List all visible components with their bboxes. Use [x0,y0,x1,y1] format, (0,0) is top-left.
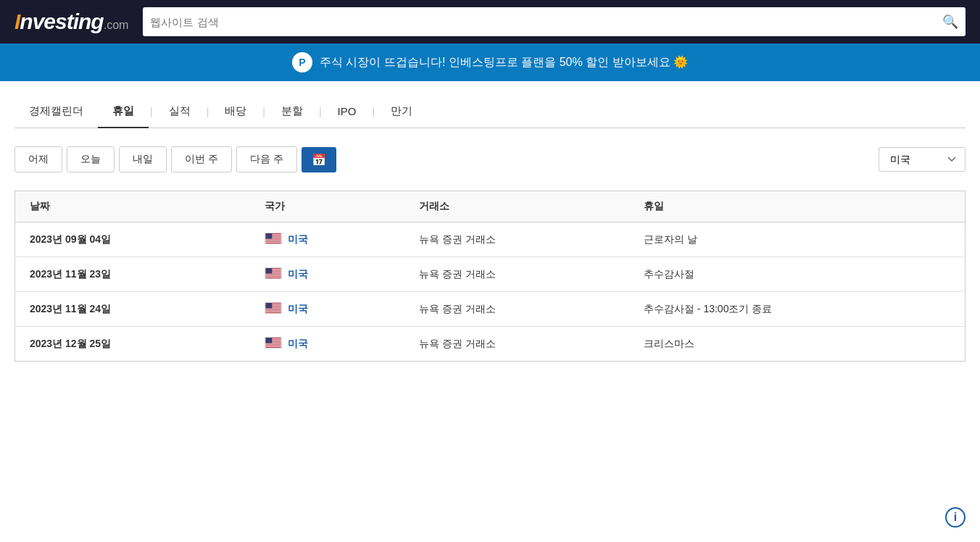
tab-economic-calendar[interactable]: 경제캘린더 [14,96,98,128]
cell-holiday: 추수감사절 [629,257,966,292]
tab-earnings[interactable]: 실적 [154,96,205,128]
svg-rect-5 [266,241,281,241]
svg-rect-22 [266,312,281,312]
search-icon: 🔍 [942,14,958,30]
holiday-table: 날짜 국가 거래소 휴일 2023년 09월 04일 미국 뉴욕 증권 거래소근… [14,191,966,362]
cell-exchange: 뉴욕 증권 거래소 [404,327,629,362]
cell-country: 미국 [250,327,404,362]
col-header-holiday: 휴일 [629,191,966,222]
cell-date: 2023년 11월 24일 [15,292,251,327]
cell-date: 2023년 09월 04일 [15,222,251,257]
table-row: 2023년 12월 25일 미국 뉴욕 증권 거래소크리스마스 [15,327,966,362]
col-header-country: 국가 [250,191,404,222]
col-header-date: 날짜 [15,191,251,222]
country-name: 미국 [288,233,308,246]
cell-country: 미국 [250,257,404,292]
flag-us-icon [265,233,282,246]
svg-rect-4 [266,239,281,240]
svg-rect-20 [266,309,281,309]
country-filter-area: 미국 한국 일본 중국 영국 [879,147,966,172]
cell-exchange: 뉴욕 증권 거래소 [404,292,629,327]
country-select[interactable]: 미국 한국 일본 중국 영국 [879,147,966,172]
tab-divider-2: | [205,106,211,117]
tab-holiday[interactable]: 휴일 [98,96,149,128]
table-row: 2023년 11월 24일 미국 뉴욕 증권 거래소추수감사절 - 13:00조… [15,292,966,327]
country-name: 미국 [288,338,308,351]
svg-rect-7 [266,233,273,239]
table-row: 2023년 09월 04일 미국 뉴욕 증권 거래소근로자의 날 [15,222,966,257]
svg-rect-13 [266,275,281,276]
svg-rect-15 [266,268,273,274]
svg-rect-31 [266,338,273,343]
cell-exchange: 뉴욕 증권 거래소 [404,222,629,257]
flag-us-icon [265,337,282,351]
filter-next-week[interactable]: 다음 주 [236,146,297,172]
filter-yesterday[interactable]: 어제 [14,146,62,172]
filter-today[interactable]: 오늘 [67,146,115,172]
country-name: 미국 [288,268,308,281]
cell-country: 미국 [250,292,404,327]
tab-dividend[interactable]: 배당 [210,96,261,128]
filter-this-week[interactable]: 이번 주 [171,146,232,172]
tab-divider-4: | [317,106,323,117]
promo-banner[interactable]: P 주식 시장이 뜨겁습니다! 인베스팅프로 플랜을 50% 할인 받아보세요 … [0,43,980,81]
svg-rect-6 [266,242,281,243]
col-header-exchange: 거래소 [404,191,629,222]
tab-divider-5: | [370,106,376,117]
flag-us-icon [265,267,282,281]
cell-country: 미국 [250,222,404,257]
tab-divider-1: | [149,106,154,117]
svg-rect-12 [266,274,281,275]
cell-holiday: 추수감사절 - 13:00조기 종료 [629,292,966,327]
main-content: 경제캘린더 휴일 | 실적 | 배당 | 분할 | IPO | 만기 어제 오늘… [0,81,980,376]
table-row: 2023년 11월 23일 미국 뉴욕 증권 거래소추수감사절 [15,257,966,292]
cell-date: 2023년 12월 25일 [15,327,251,362]
svg-rect-28 [266,343,281,344]
header: Investing .com 🔍 [0,0,980,43]
tab-split[interactable]: 분할 [267,96,317,128]
svg-rect-30 [266,346,281,347]
promo-text: 주식 시장이 뜨겁습니다! 인베스팅프로 플랜을 50% 할인 받아보세요 🌞 [320,55,688,70]
svg-rect-21 [266,310,281,311]
tab-ipo[interactable]: IPO [323,96,371,128]
tabs: 경제캘린더 휴일 | 실적 | 배당 | 분할 | IPO | 만기 [14,96,966,128]
search-input[interactable] [150,16,942,28]
logo-dotcom: .com [104,19,129,32]
calendar-icon: 📅 [312,154,326,166]
cell-date: 2023년 11월 23일 [15,257,251,292]
cell-holiday: 근로자의 날 [629,222,966,257]
filter-tomorrow[interactable]: 내일 [119,146,167,172]
svg-rect-23 [266,303,273,309]
calendar-button[interactable]: 📅 [302,147,336,172]
svg-rect-29 [266,345,281,346]
flag-us-icon [265,302,282,316]
tab-divider-3: | [261,106,267,117]
cell-holiday: 크리스마스 [629,327,966,362]
table-header-row: 날짜 국가 거래소 휴일 [15,191,966,222]
promo-pro-icon: P [292,52,312,72]
logo: Investing .com [14,9,128,34]
logo-i: I [14,9,20,33]
country-name: 미국 [288,303,308,316]
cell-exchange: 뉴욕 증권 거래소 [404,257,629,292]
logo-text: Investing [14,9,104,34]
filter-row: 어제 오늘 내일 이번 주 다음 주 📅 미국 한국 일본 중국 영국 [14,146,966,172]
search-bar: 🔍 [143,7,966,36]
tab-expiry[interactable]: 만기 [376,96,427,128]
svg-rect-14 [266,277,281,278]
